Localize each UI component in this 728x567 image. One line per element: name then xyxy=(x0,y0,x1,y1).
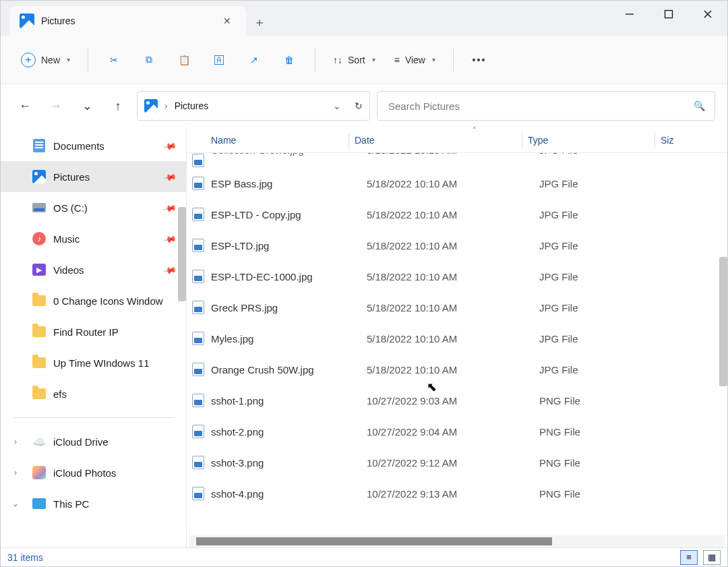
file-type: JPG File xyxy=(539,364,671,376)
scrollbar-thumb[interactable] xyxy=(196,537,552,545)
sidebar-item[interactable]: 0 Change Icons Window xyxy=(1,285,186,316)
delete-button[interactable]: 🗑 xyxy=(273,47,305,73)
file-row[interactable]: ESP-LTD-EC-1000.jpg5/18/2022 10:10 AMJPG… xyxy=(187,261,727,292)
sidebar-item[interactable]: ▶Videos📌 xyxy=(1,254,186,285)
separator xyxy=(453,48,454,72)
file-date: 10/27/2022 9:13 AM xyxy=(367,488,539,500)
image-file-icon xyxy=(192,270,204,283)
image-file-icon xyxy=(192,154,204,167)
refresh-button[interactable]: ↻ xyxy=(355,100,363,111)
file-name: Orange Crush 50W.jpg xyxy=(208,364,367,376)
breadcrumb-location[interactable]: Pictures xyxy=(175,100,209,111)
maximize-button[interactable] xyxy=(649,1,688,28)
view-label: View xyxy=(405,55,425,65)
sidebar-item-label: This PC xyxy=(53,498,89,510)
sort-button[interactable]: ↑↓ Sort ▾ xyxy=(325,47,384,73)
sidebar-item[interactable]: Pictures📌 xyxy=(1,161,186,192)
file-row[interactable]: Orange Crush 50W.jpg5/18/2022 10:10 AMJP… xyxy=(187,354,727,385)
minimize-button[interactable] xyxy=(610,1,649,28)
image-file-icon xyxy=(192,394,204,407)
nav-row: ← → ⌄ ↑ › Pictures ⌄ ↻ 🔍 xyxy=(1,84,727,127)
new-button[interactable]: + New ▾ xyxy=(13,47,78,73)
image-file-icon xyxy=(192,487,204,500)
sidebar-item-label: Documents xyxy=(53,140,104,152)
details-view-button[interactable]: ≡ xyxy=(680,550,698,565)
sidebar-item-label: Up Time WIndows 11 xyxy=(53,357,150,369)
sidebar-item[interactable]: Documents📌 xyxy=(1,130,186,161)
file-row[interactable]: Collection Grows.jpg5/18/2022 10:10 AMJP… xyxy=(187,153,727,168)
sidebar-item[interactable]: Find Router IP xyxy=(1,316,186,347)
file-row[interactable]: ESP Bass.jpg5/18/2022 10:10 AMJPG File xyxy=(187,168,727,199)
new-tab-button[interactable]: ＋ xyxy=(246,9,273,36)
image-file-icon xyxy=(192,239,204,252)
view-button[interactable]: ≡ View ▾ xyxy=(386,47,444,73)
sidebar-item-label: iCloud Drive xyxy=(53,436,109,448)
image-file-icon xyxy=(192,456,204,469)
chevron-down-icon[interactable]: ⌄ xyxy=(333,100,341,111)
cut-button[interactable]: ✂ xyxy=(98,47,130,73)
forward-button[interactable]: → xyxy=(44,94,68,118)
photos-icon xyxy=(32,466,46,479)
sidebar-scrollbar[interactable] xyxy=(178,207,186,301)
cloud-icon: ☁️ xyxy=(32,436,46,448)
column-size[interactable]: Siz xyxy=(655,135,727,146)
horizontal-scrollbar[interactable] xyxy=(189,535,725,547)
copy-button[interactable]: ⧉ xyxy=(133,47,165,73)
sidebar-item-label: Videos xyxy=(53,264,84,276)
file-date: 5/18/2022 10:10 AM xyxy=(367,302,539,314)
column-type[interactable]: Type xyxy=(522,135,655,146)
file-row[interactable]: Greck PRS.jpg5/18/2022 10:10 AMJPG File xyxy=(187,292,727,323)
sidebar-item[interactable]: Up Time WIndows 11 xyxy=(1,347,186,378)
file-row[interactable]: sshot-2.png10/27/2022 9:04 AMPNG File xyxy=(187,416,727,447)
share-button[interactable]: ↗ xyxy=(238,47,270,73)
paste-button[interactable]: 📋 xyxy=(168,47,200,73)
pictures-icon xyxy=(144,99,158,113)
file-date: 5/18/2022 10:10 AM xyxy=(367,153,539,156)
file-row[interactable]: ESP-LTD - Copy.jpg5/18/2022 10:10 AMJPG … xyxy=(187,199,727,230)
expand-icon[interactable]: › xyxy=(10,468,21,477)
back-button[interactable]: ← xyxy=(13,94,37,118)
sidebar-item[interactable]: OS (C:)📌 xyxy=(1,192,186,223)
file-date: 10/27/2022 9:03 AM xyxy=(367,395,539,407)
address-bar[interactable]: › Pictures ⌄ ↻ xyxy=(137,91,370,121)
sidebar-item[interactable]: efs xyxy=(1,378,186,409)
expand-icon[interactable]: ⌄ xyxy=(10,499,21,508)
tab-close-icon[interactable]: ✕ xyxy=(218,13,237,29)
file-row[interactable]: sshot-3.png10/27/2022 9:12 AMPNG File xyxy=(187,447,727,478)
recent-locations-button[interactable]: ⌄ xyxy=(75,94,99,118)
file-name: sshot-1.png xyxy=(208,395,367,407)
search-input[interactable] xyxy=(387,100,694,113)
file-row[interactable]: Myles.jpg5/18/2022 10:10 AMJPG File xyxy=(187,323,727,354)
column-date[interactable]: Date xyxy=(349,135,522,146)
file-row[interactable]: sshot-1.png10/27/2022 9:03 AMPNG File xyxy=(187,385,727,416)
file-name: Greck PRS.jpg xyxy=(208,302,367,314)
file-type: JPG File xyxy=(539,178,671,189)
tab-pictures[interactable]: Pictures ✕ xyxy=(10,6,246,36)
file-row[interactable]: sshot-4.png10/27/2022 9:13 AMPNG File xyxy=(187,478,727,509)
column-headers: ˄ Name Date Type Siz xyxy=(187,127,727,153)
folder-icon xyxy=(32,295,46,306)
file-name: ESP-LTD - Copy.jpg xyxy=(208,209,367,220)
rename-button[interactable]: 🄰 xyxy=(203,47,235,73)
pc-icon xyxy=(32,498,46,509)
sidebar-item[interactable]: ›☁️iCloud Drive xyxy=(1,426,186,457)
more-button[interactable]: ••• xyxy=(463,47,495,73)
vertical-scrollbar[interactable] xyxy=(719,257,727,386)
file-type: JPG File xyxy=(539,333,671,345)
search-icon[interactable]: 🔍 xyxy=(694,100,705,111)
view-icon: ≡ xyxy=(394,55,400,65)
sidebar-divider xyxy=(13,417,174,418)
thumbnails-view-button[interactable]: ▦ xyxy=(703,550,721,565)
up-button[interactable]: ↑ xyxy=(106,94,130,118)
sidebar-item[interactable]: ›iCloud Photos xyxy=(1,457,186,488)
sort-label: Sort xyxy=(348,55,365,65)
expand-icon[interactable]: › xyxy=(10,437,21,446)
file-row[interactable]: ESP-LTD.jpg5/18/2022 10:10 AMJPG File xyxy=(187,230,727,261)
sidebar-item-this-pc[interactable]: ⌄ This PC xyxy=(1,488,186,519)
close-button[interactable] xyxy=(688,1,727,28)
sidebar-item[interactable]: ♪Music📌 xyxy=(1,223,186,254)
file-type: JPG File xyxy=(539,153,671,156)
file-type: JPG File xyxy=(539,271,671,282)
search-box[interactable]: 🔍 xyxy=(377,91,715,121)
column-name[interactable]: Name xyxy=(187,135,348,146)
